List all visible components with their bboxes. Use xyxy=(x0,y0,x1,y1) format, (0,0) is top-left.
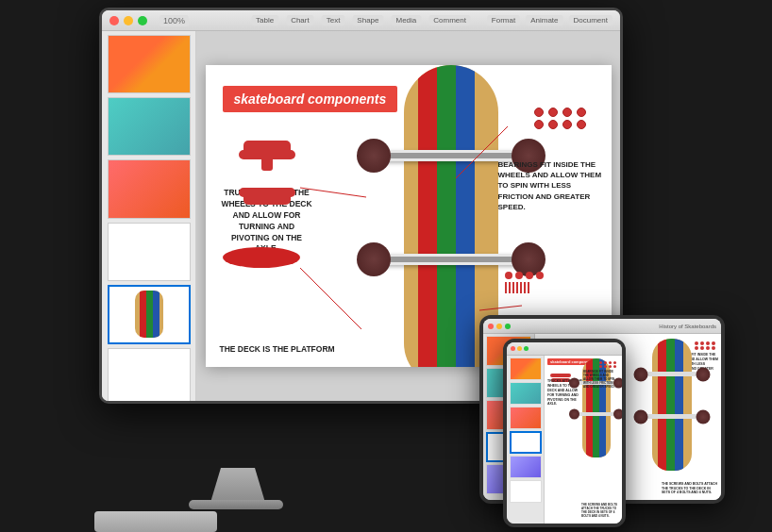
t-bearing-8 xyxy=(712,346,715,350)
bearing-dot-4 xyxy=(577,108,586,117)
phone-main: skateboard components TRUCKS ATTACH THE … xyxy=(545,356,622,524)
t-bearing-3 xyxy=(706,341,710,345)
truck-bottom xyxy=(376,254,527,265)
slide-thumb-2[interactable] xyxy=(108,97,191,156)
zoom-level: 100% xyxy=(159,15,189,26)
animate-button[interactable]: Animate xyxy=(526,15,562,25)
truck-icon-2 xyxy=(234,188,300,216)
t-wheel-tl xyxy=(633,367,647,381)
document-button[interactable]: Document xyxy=(569,15,613,25)
phone-sidebar xyxy=(507,356,545,524)
p-bearing-6 xyxy=(604,365,607,368)
screw-dot-4 xyxy=(536,272,544,279)
phone-thumb-2[interactable] xyxy=(510,382,542,405)
slide-title: skateboard components xyxy=(223,86,398,112)
media-button[interactable]: Media xyxy=(392,15,422,25)
phone-screws-text: THE SCREWS AND BOLTS ATTACH THE TRUCKS T… xyxy=(581,504,619,519)
p-bearing-1 xyxy=(599,361,602,364)
phone-close xyxy=(511,346,515,351)
table-button[interactable]: Table xyxy=(251,15,278,25)
t-bearing-7 xyxy=(706,346,710,350)
phone-minimize xyxy=(517,346,522,351)
phone-truck-bottom xyxy=(575,412,618,416)
slide-thumb-3[interactable] xyxy=(108,159,191,218)
p-wheel-tl xyxy=(569,378,579,389)
truck-axle-top xyxy=(366,153,536,158)
maximize-button[interactable] xyxy=(138,16,147,25)
slide-thumb-1[interactable] xyxy=(108,35,191,93)
t-stripe-green xyxy=(666,339,675,471)
slide-thumb-5-active[interactable] xyxy=(108,285,191,344)
truck-bar-bottom xyxy=(376,254,527,265)
bearings-dots xyxy=(534,108,588,129)
bearings-text: BEARINGS FIT INSIDE THE WHEELS AND ALLOW… xyxy=(498,159,602,212)
format-button[interactable]: Format xyxy=(487,15,520,25)
stripe-green xyxy=(437,65,456,367)
phone: skateboard components TRUCKS ATTACH THE … xyxy=(503,339,626,527)
screw-dot-3 xyxy=(526,272,533,279)
screw-line-5 xyxy=(520,282,522,293)
phone-maximize xyxy=(524,346,529,351)
deck-oval xyxy=(223,247,300,268)
slide-thumb-4[interactable] xyxy=(108,223,191,281)
toolbar-center: Table Chart Text Shape Media Comment xyxy=(251,15,471,25)
comment-button[interactable]: Comment xyxy=(428,15,471,25)
tablet-title: History of Skateboards xyxy=(659,324,716,329)
tablet-truck-bottom xyxy=(641,414,702,419)
tablet-board xyxy=(646,334,697,475)
text-button[interactable]: Text xyxy=(322,15,345,25)
tablet-maximize xyxy=(505,324,511,329)
mac-mini xyxy=(94,511,217,532)
screw-dot-1 xyxy=(505,272,512,279)
slides-sidebar[interactable] xyxy=(102,31,196,401)
slide-thumb-6[interactable] xyxy=(108,348,191,401)
t-wheel-br xyxy=(696,409,710,424)
p-bearing-4 xyxy=(613,361,616,364)
t-stripe-red xyxy=(658,339,666,471)
phone-bearings xyxy=(599,361,617,368)
tablet-toolbar: History of Skateboards xyxy=(483,319,721,334)
phone-thumb-1[interactable] xyxy=(510,357,542,380)
phone-thumb-4-active[interactable] xyxy=(510,431,542,454)
phone-toolbar xyxy=(507,342,622,356)
screw-line-3 xyxy=(512,282,514,293)
p-bearing-5 xyxy=(599,365,602,368)
screw-dot-2 xyxy=(515,272,523,279)
p-wheel-br xyxy=(613,409,622,420)
phone-bearings-text: BEARINGS FIT INSIDE THE WHEELS AND ALLOW… xyxy=(583,371,619,389)
phone-thumb-6[interactable] xyxy=(510,480,542,503)
p-wheel-bl xyxy=(569,409,579,420)
p-bearing-2 xyxy=(604,361,607,364)
macos-toolbar: 100% Table Chart Text Shape Media Commen… xyxy=(102,10,620,31)
t-bearing-6 xyxy=(700,346,704,350)
screw-line-7 xyxy=(528,282,529,293)
truck-icon xyxy=(234,141,300,183)
phone-thumb-5[interactable] xyxy=(510,456,542,478)
monitor-stand-foot xyxy=(189,500,283,509)
shape-button[interactable]: Shape xyxy=(352,15,383,25)
bearing-dot-7 xyxy=(562,120,572,129)
screws-section xyxy=(505,272,544,293)
wheel-top-left xyxy=(357,139,391,173)
stripe-blue xyxy=(456,65,475,367)
phone-thumb-3[interactable] xyxy=(510,407,542,429)
tablet-screws-text: THE SCREWS AND BOLTS ATTACH THE TRUCKS T… xyxy=(662,482,718,495)
minimize-button[interactable] xyxy=(124,16,133,25)
tablet-minimize xyxy=(496,324,502,329)
tablet-board-deck xyxy=(652,339,692,471)
toolbar-right: Format Animate Document xyxy=(487,15,613,25)
phone-content: skateboard components TRUCKS ATTACH THE … xyxy=(507,356,622,524)
p-bearing-7 xyxy=(609,365,612,368)
tablet-close xyxy=(488,324,494,329)
close-button[interactable] xyxy=(109,16,119,25)
t-wheel-bl xyxy=(633,409,647,424)
p-bearing-8 xyxy=(613,365,616,368)
deck-text: THE DECK IS THE PLATFORM xyxy=(220,343,335,356)
screw-line-4 xyxy=(516,282,518,293)
tablet-truck-top xyxy=(641,372,702,376)
phone-screen: skateboard components TRUCKS ATTACH THE … xyxy=(507,342,622,524)
t-bearing-2 xyxy=(700,341,704,345)
chart-button[interactable]: Chart xyxy=(286,15,314,25)
stripe-red xyxy=(418,65,437,367)
bearing-dot-2 xyxy=(548,108,558,117)
